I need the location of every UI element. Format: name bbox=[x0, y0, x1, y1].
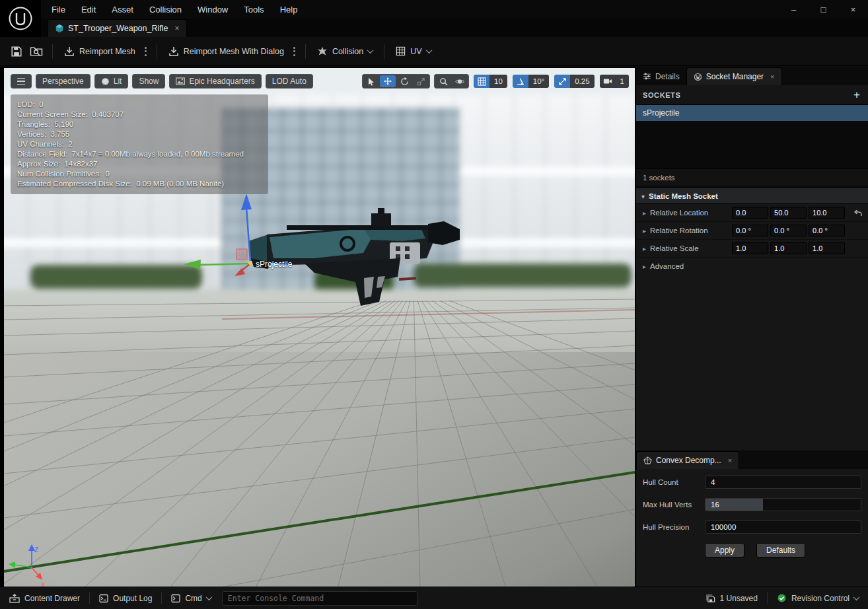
details-icon bbox=[643, 72, 651, 81]
camera-orbit-button[interactable] bbox=[452, 75, 468, 87]
relative-rotation-row: Relative Rotation 0.0 ° 0.0 ° 0.0 ° bbox=[636, 222, 868, 240]
location-y-field[interactable]: 50.0 bbox=[770, 207, 807, 219]
reset-to-default-button[interactable] bbox=[852, 209, 864, 217]
expand-arrow-icon[interactable] bbox=[643, 244, 646, 253]
relative-rotation-label: Relative Rotation bbox=[650, 227, 728, 234]
max-hull-verts-field[interactable]: 16 bbox=[705, 498, 861, 511]
angle-snap-icon[interactable] bbox=[513, 75, 528, 88]
scale-snap-value[interactable]: 0.25 bbox=[570, 75, 594, 88]
rotate-icon bbox=[400, 77, 409, 86]
menu-collision[interactable]: Collision bbox=[141, 0, 190, 18]
convex-decomposition-icon bbox=[643, 456, 652, 465]
tab-convex-decomposition[interactable]: Convex Decomp... × bbox=[636, 451, 739, 469]
toolbar-separator bbox=[384, 44, 384, 59]
camera-speed-icon[interactable] bbox=[600, 75, 616, 88]
camera-speed-control[interactable]: 1 bbox=[599, 74, 630, 89]
collapse-arrow-icon[interactable] bbox=[641, 192, 645, 201]
rotation-snap-value[interactable]: 10° bbox=[528, 75, 549, 88]
menu-help[interactable]: Help bbox=[272, 0, 306, 18]
scale-z-field[interactable]: 1.0 bbox=[809, 242, 845, 254]
reimport-mesh-button[interactable]: Reimport Mesh bbox=[59, 42, 141, 61]
maximize-button[interactable]: □ bbox=[809, 0, 838, 18]
rotation-x-field[interactable]: 0.0 ° bbox=[732, 225, 768, 236]
advanced-section[interactable]: Advanced bbox=[636, 258, 868, 275]
socket-count-label: 1 sockets bbox=[636, 168, 868, 186]
defaults-button[interactable]: Defaults bbox=[756, 543, 805, 557]
tab-close-icon[interactable]: × bbox=[728, 456, 732, 464]
socket-list-item[interactable]: sProjectile bbox=[636, 105, 868, 121]
expand-arrow-icon[interactable] bbox=[643, 262, 646, 271]
select-tool-button[interactable] bbox=[363, 75, 379, 87]
focus-group bbox=[434, 74, 469, 89]
reimport-dialog-options-icon[interactable] bbox=[289, 42, 299, 61]
expand-arrow-icon[interactable] bbox=[643, 208, 646, 217]
scale-y-field[interactable]: 1.0 bbox=[770, 242, 807, 254]
reimport-mesh-options-icon[interactable] bbox=[141, 42, 151, 61]
cmd-dropdown[interactable]: Cmd bbox=[168, 590, 213, 607]
status-bar: Content Drawer Output Log Cmd bbox=[0, 587, 868, 609]
static-mesh-socket-section[interactable]: Static Mesh Socket bbox=[636, 188, 868, 204]
move-tool-button[interactable] bbox=[380, 75, 396, 87]
menu-tools[interactable]: Tools bbox=[236, 0, 271, 18]
content-drawer-button[interactable]: Content Drawer bbox=[7, 590, 83, 607]
sockets-title: SOCKETS bbox=[643, 91, 680, 99]
advanced-label: Advanced bbox=[650, 262, 684, 270]
socket-manager-icon bbox=[694, 73, 702, 81]
close-button[interactable]: × bbox=[838, 0, 868, 18]
location-x-field[interactable]: 0.0 bbox=[732, 207, 768, 219]
grid-snap-value[interactable]: 10 bbox=[489, 75, 507, 88]
uv-dropdown[interactable]: UV bbox=[390, 42, 436, 61]
menu-asset[interactable]: Asset bbox=[104, 0, 141, 18]
scale-snap-control[interactable]: 0.25 bbox=[554, 74, 595, 89]
asset-tab-rifle[interactable]: ST_Trooper_Weapon_Rifle × bbox=[48, 19, 187, 37]
rotation-y-field[interactable]: 0.0 ° bbox=[770, 225, 807, 236]
rotation-z-field[interactable]: 0.0 ° bbox=[809, 225, 845, 236]
rotate-tool-button[interactable] bbox=[396, 75, 412, 87]
save-button[interactable] bbox=[7, 42, 26, 61]
location-z-field[interactable]: 10.0 bbox=[809, 207, 845, 219]
collision-dropdown[interactable]: Collision bbox=[312, 42, 378, 61]
hull-precision-field[interactable]: 100000 bbox=[705, 520, 861, 534]
expand-arrow-icon[interactable] bbox=[643, 226, 646, 235]
camera-speed-value[interactable]: 1 bbox=[616, 75, 629, 88]
tab-details[interactable]: Details bbox=[636, 67, 686, 85]
stat-triangles: Triangles: 5,190 bbox=[17, 120, 262, 129]
menu-file[interactable]: File bbox=[44, 0, 73, 18]
lod-auto-dropdown[interactable]: LOD Auto bbox=[266, 74, 313, 89]
scale-tool-button[interactable] bbox=[413, 75, 429, 87]
tab-socket-manager[interactable]: Socket Manager × bbox=[686, 67, 782, 85]
browse-to-asset-button[interactable] bbox=[26, 42, 46, 61]
reimport-dialog-icon bbox=[168, 46, 179, 57]
tab-close-icon[interactable]: × bbox=[770, 73, 774, 81]
add-socket-button[interactable]: + bbox=[852, 89, 861, 100]
viewport-3d-scene[interactable]: sProjectile LOD: 0 Current Screen Size: … bbox=[4, 68, 635, 587]
minimize-button[interactable]: – bbox=[779, 0, 809, 18]
unreal-logo-icon bbox=[7, 5, 34, 32]
reimport-icon bbox=[64, 46, 75, 57]
output-log-button[interactable]: Output Log bbox=[96, 590, 155, 607]
menu-edit[interactable]: Edit bbox=[73, 0, 104, 18]
show-dropdown[interactable]: Show bbox=[132, 74, 165, 89]
apply-button[interactable]: Apply bbox=[705, 543, 744, 557]
scale-snap-icon[interactable] bbox=[554, 75, 570, 88]
perspective-dropdown[interactable]: Perspective bbox=[36, 74, 90, 89]
focus-selected-button[interactable] bbox=[435, 75, 451, 87]
grid-snap-control[interactable]: 10 bbox=[473, 74, 508, 89]
reimport-mesh-with-dialog-label: Reimport Mesh With Dialog bbox=[184, 47, 284, 56]
chevron-down-icon bbox=[205, 594, 212, 600]
revision-control-dropdown[interactable]: Revision Control bbox=[774, 590, 861, 607]
scale-x-field[interactable]: 1.0 bbox=[732, 242, 768, 254]
preview-scene-button[interactable]: Epic Headquarters bbox=[169, 74, 261, 89]
lit-dropdown[interactable]: Lit bbox=[94, 74, 129, 89]
cmd-icon bbox=[171, 594, 180, 603]
rotation-snap-control[interactable]: 10° bbox=[512, 74, 550, 89]
console-command-input[interactable] bbox=[222, 591, 417, 606]
grid-snap-icon[interactable] bbox=[474, 75, 489, 88]
unsaved-changes-button[interactable]: 1 Unsaved bbox=[703, 590, 760, 607]
menu-window[interactable]: Window bbox=[190, 0, 236, 18]
viewport-options-button[interactable] bbox=[11, 74, 32, 89]
hull-count-field[interactable]: 4 bbox=[705, 476, 861, 489]
ue-logo[interactable] bbox=[0, 0, 41, 37]
reimport-mesh-with-dialog-button[interactable]: Reimport Mesh With Dialog bbox=[163, 42, 289, 61]
tab-close-icon[interactable]: × bbox=[174, 24, 179, 33]
